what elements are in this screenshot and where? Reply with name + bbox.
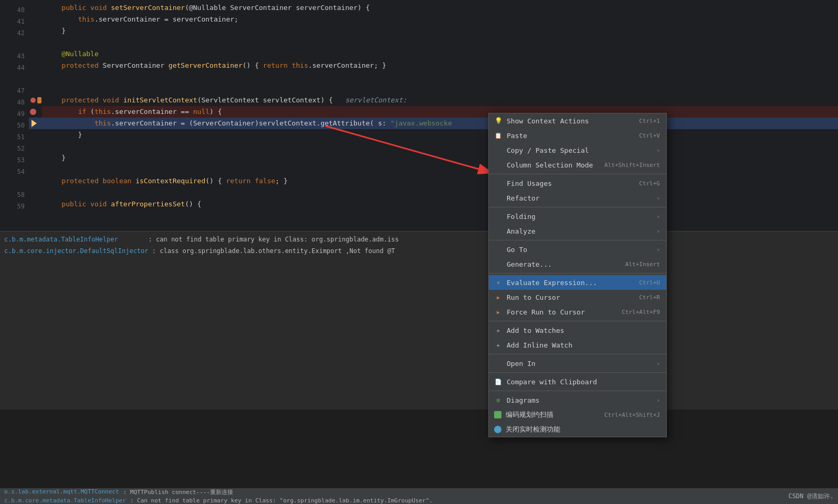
code-line-58 xyxy=(42,187,838,198)
code-line-blank1 xyxy=(42,37,838,48)
refactor-arrow: › xyxy=(656,195,660,202)
menu-item-find-usages[interactable]: Find Usages Ctrl+G xyxy=(489,176,666,191)
code-line-44: protected ServerContainer getServerConta… xyxy=(42,60,838,71)
menu-label-run-to-cursor: Run to Cursor xyxy=(507,293,560,301)
code-line-48: protected void initServletContext(Servle… xyxy=(42,94,838,106)
menu-label-column-selection: Column Selection Mode xyxy=(507,161,593,169)
divider-6 xyxy=(489,354,666,354)
log-line-blank5 xyxy=(0,303,838,314)
menu-item-show-context-actions[interactable]: 💡 Show Context Actions Ctrl+1 xyxy=(489,113,666,128)
code-line-52 xyxy=(42,141,838,152)
diagrams-arrow: › xyxy=(656,397,660,404)
menu-item-code-scan[interactable]: 编码规划约扫描 Ctrl+Alt+Shift+J xyxy=(489,407,666,422)
status-msg-2: : Can not find table primary key in Clas… xyxy=(130,497,433,504)
folding-arrow: › xyxy=(656,213,660,220)
diagrams-icon: ⊞ xyxy=(494,396,502,404)
menu-label-evaluate-expression: Evaluate Expression... xyxy=(507,279,597,287)
menu-item-folding[interactable]: Folding › xyxy=(489,209,666,224)
divider-5 xyxy=(489,321,666,321)
menu-item-open-in[interactable]: Open In › xyxy=(489,356,666,371)
folding-icon xyxy=(494,212,502,220)
menu-label-diagrams: Diagrams xyxy=(507,396,540,404)
add-watches-icon: ✛ xyxy=(494,326,502,334)
code-line-47 xyxy=(42,83,838,94)
open-in-icon xyxy=(494,359,502,368)
log-line-blank7 xyxy=(0,326,838,338)
menu-item-add-inline-watch[interactable]: ✛ Add Inline Watch xyxy=(489,338,666,352)
code-line-59: public void afterPropertiesSet() { xyxy=(42,198,838,210)
open-in-arrow: › xyxy=(656,360,660,367)
menu-item-force-run-to-cursor[interactable]: ▶ Force Run to Cursor Ctrl+Alt+F9 xyxy=(489,304,666,319)
menu-item-generate[interactable]: Generate... Alt+Insert xyxy=(489,257,666,271)
code-line-54 xyxy=(42,164,838,175)
menu-shortcut-code-scan: Ctrl+Alt+Shift+J xyxy=(604,412,660,418)
menu-item-close-realtime[interactable]: 关闭实时检测功能 xyxy=(489,422,666,437)
compare-clipboard-icon: 📄 xyxy=(494,377,502,386)
menu-label-force-run-to-cursor: Force Run to Cursor xyxy=(507,308,585,316)
menu-item-evaluate-expression[interactable]: ⚡ Evaluate Expression... Ctrl+U xyxy=(489,275,666,290)
code-line-43: @Nullable xyxy=(42,48,838,60)
menu-item-diagrams[interactable]: ⊞ Diagrams › xyxy=(489,393,666,407)
context-menu: 💡 Show Context Actions Ctrl+1 📋 Paste Ct… xyxy=(488,113,667,437)
column-selection-icon xyxy=(494,161,502,169)
menu-shortcut-find-usages: Ctrl+G xyxy=(639,180,660,187)
menu-label-code-scan: 编码规划约扫描 xyxy=(506,410,553,419)
status-attribution: CSDN @清如许. xyxy=(788,492,834,501)
editor-area: 40 41 42 43 44 47 48 49 50 51 52 53 54 5… xyxy=(0,0,838,231)
menu-item-refactor[interactable]: Refactor › xyxy=(489,191,666,205)
code-line-49: if (this.serverContainer == null) { xyxy=(42,106,838,118)
menu-label-add-to-watches: Add to Watches xyxy=(507,327,564,334)
paste-icon: 📋 xyxy=(494,131,502,140)
menu-label-analyze: Analyze xyxy=(507,227,536,235)
code-lines[interactable]: public void setServerContainer(@Nullable… xyxy=(42,0,838,231)
menu-item-compare-clipboard[interactable]: 📄 Compare with Clipboard xyxy=(489,374,666,389)
menu-label-copy-paste-special: Copy / Paste Special xyxy=(507,146,589,154)
gutter xyxy=(29,0,42,231)
menu-label-paste: Paste xyxy=(507,132,527,140)
log-line-blank6 xyxy=(0,314,838,326)
menu-shortcut-generate: Alt+Insert xyxy=(625,261,660,268)
copy-paste-icon xyxy=(494,146,502,154)
code-line-53: } xyxy=(42,152,838,164)
menu-item-paste[interactable]: 📋 Paste Ctrl+V xyxy=(489,128,666,143)
menu-shortcut-show-context-actions: Ctrl+1 xyxy=(639,118,660,124)
divider-7 xyxy=(489,372,666,373)
menu-label-add-inline-watch: Add Inline Watch xyxy=(507,341,572,349)
menu-item-copy-paste-special[interactable]: Copy / Paste Special › xyxy=(489,143,666,158)
go-to-icon xyxy=(494,245,502,254)
menu-label-close-realtime: 关闭实时检测功能 xyxy=(506,425,560,434)
menu-shortcut-run-to-cursor: Ctrl+R xyxy=(639,294,660,301)
log-line-blank2 xyxy=(0,268,838,280)
log-line-blank1 xyxy=(0,257,838,268)
menu-shortcut-column-selection: Alt+Shift+Insert xyxy=(604,162,660,169)
menu-label-refactor: Refactor xyxy=(507,194,540,202)
status-bar: o.s.lab.external.mqtt.MQTTConnect : MQTT… xyxy=(0,488,838,504)
menu-item-analyze[interactable]: Analyze › xyxy=(489,224,666,238)
code-scan-icon xyxy=(494,411,501,418)
menu-label-generate: Generate... xyxy=(507,260,552,268)
menu-item-run-to-cursor[interactable]: ▶ Run to Cursor Ctrl+R xyxy=(489,290,666,304)
code-line-41: this.serverContainer = serverContainer; xyxy=(42,14,838,25)
copy-paste-arrow: › xyxy=(656,147,660,154)
code-line-55: protected boolean isContextRequired() { … xyxy=(42,175,838,187)
log-line-blank3 xyxy=(0,280,838,291)
code-line-40: public void setServerContainer(@Nullable… xyxy=(42,2,838,14)
menu-label-go-to: Go To xyxy=(507,246,527,254)
divider-1 xyxy=(489,174,666,174)
divider-8 xyxy=(489,391,666,391)
menu-item-column-selection[interactable]: Column Selection Mode Alt+Shift+Insert xyxy=(489,158,666,172)
find-usages-icon xyxy=(494,179,502,187)
menu-label-open-in: Open In xyxy=(507,360,536,368)
log-line-blank10 xyxy=(0,361,838,372)
log-line-blank8 xyxy=(0,338,838,349)
log-line-blank4 xyxy=(0,291,838,303)
analyze-icon xyxy=(494,227,502,235)
menu-label-compare-clipboard: Compare with Clipboard xyxy=(507,378,597,386)
menu-item-add-to-watches[interactable]: ✛ Add to Watches xyxy=(489,323,666,338)
status-msg-1: : MQTTPublish connect----重新连接 xyxy=(123,488,234,496)
menu-item-go-to[interactable]: Go To › xyxy=(489,242,666,257)
status-link-1: o.s.lab.external.mqtt.MQTTConnect xyxy=(4,488,119,496)
analyze-arrow: › xyxy=(656,228,660,235)
go-to-arrow: › xyxy=(656,246,660,253)
log-line-1: c.b.m.metadata.TableInfoHelper : can not… xyxy=(0,234,838,245)
